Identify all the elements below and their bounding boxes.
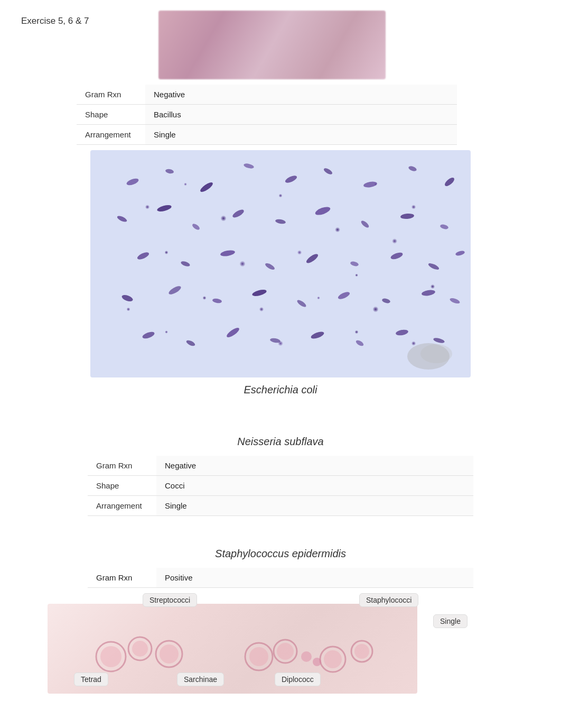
- svg-point-16: [400, 213, 415, 219]
- svg-point-40: [310, 330, 325, 340]
- svg-point-14: [314, 205, 331, 217]
- neisseria-arrangement-row: Arrangement Single: [88, 496, 473, 516]
- svg-point-21: [264, 262, 275, 271]
- ecoli-table: Gram Rxn Negative Shape Bacillus Arrange…: [77, 85, 457, 145]
- svg-point-12: [231, 208, 245, 219]
- svg-point-25: [427, 262, 440, 271]
- svg-point-42: [395, 329, 408, 336]
- staphylococci-label: Staphylococci: [359, 593, 418, 607]
- staphylo-table: Gram Rxn Positive: [88, 568, 473, 588]
- svg-point-2: [199, 181, 214, 193]
- svg-point-59: [354, 644, 369, 659]
- arrangement-value: Single: [145, 125, 457, 145]
- svg-point-10: [156, 204, 172, 213]
- staphylo-gram-row: Gram Rxn Positive: [88, 568, 473, 588]
- neisseria-table-container: Gram Rxn Negative Shape Cocci Arrangemen…: [21, 456, 540, 516]
- svg-point-7: [408, 165, 417, 172]
- svg-point-36: [142, 330, 155, 340]
- gram-rxn-label: Gram Rxn: [77, 85, 145, 105]
- svg-point-41: [355, 339, 364, 347]
- exercise-row: Exercise 5, 6 & 7: [21, 11, 540, 79]
- svg-point-61: [313, 658, 321, 666]
- shape-label: Shape: [77, 105, 145, 125]
- neisseria-table: Gram Rxn Negative Shape Cocci Arrangemen…: [88, 456, 473, 516]
- svg-point-34: [421, 289, 435, 297]
- svg-point-35: [449, 297, 461, 305]
- sarchinae-label: Sarchinae: [177, 672, 224, 686]
- svg-point-43: [433, 337, 445, 344]
- arrangement-container: Streptococci Staphylococci Single Tetrad…: [21, 593, 540, 709]
- svg-point-8: [443, 176, 455, 188]
- svg-point-23: [350, 261, 359, 267]
- svg-point-39: [269, 337, 280, 343]
- svg-point-0: [126, 177, 139, 187]
- svg-point-32: [337, 290, 351, 300]
- staphylococcus-title: Staphylococcus epidermidis: [21, 548, 540, 560]
- svg-point-6: [363, 181, 377, 188]
- svg-point-17: [440, 224, 449, 230]
- diplococc-label: Diplococc: [275, 672, 321, 686]
- svg-point-27: [121, 294, 134, 303]
- streptococci-label: Streptococci: [143, 593, 197, 607]
- svg-point-55: [277, 643, 294, 660]
- svg-point-38: [226, 326, 241, 339]
- neisseria-gram-value: Negative: [156, 456, 473, 476]
- single-label: Single: [433, 614, 467, 628]
- svg-point-22: [305, 252, 319, 264]
- page-container: Exercise 5, 6 & 7 Gram Rxn Negative Shap…: [0, 0, 561, 720]
- svg-point-33: [381, 298, 391, 304]
- neisseria-arrangement-value: Single: [156, 496, 473, 516]
- neisseria-gram-label: Gram Rxn: [88, 456, 156, 476]
- svg-point-18: [136, 251, 150, 261]
- neisseria-shape-label: Shape: [88, 476, 156, 496]
- shape-row: Shape Bacillus: [77, 105, 457, 125]
- svg-point-11: [191, 223, 201, 231]
- svg-point-45: [420, 344, 452, 363]
- top-microscope-image: [158, 11, 386, 79]
- svg-point-37: [185, 339, 196, 347]
- svg-point-20: [220, 250, 235, 257]
- svg-point-24: [390, 251, 404, 261]
- staphylo-gram-label: Gram Rxn: [88, 568, 156, 588]
- gram-rxn-value: Negative: [145, 85, 457, 105]
- svg-point-9: [116, 215, 128, 223]
- svg-point-60: [301, 651, 312, 662]
- svg-point-28: [167, 284, 182, 296]
- shape-value: Bacillus: [145, 105, 457, 125]
- svg-point-53: [249, 647, 268, 666]
- neisseria-shape-value: Cocci: [156, 476, 473, 496]
- svg-point-29: [212, 298, 222, 303]
- svg-point-51: [160, 644, 179, 664]
- ecoli-microscope-image: [90, 150, 471, 377]
- neisseria-gram-row: Gram Rxn Negative: [88, 456, 473, 476]
- svg-point-1: [165, 169, 174, 174]
- svg-point-47: [100, 646, 121, 667]
- svg-point-57: [324, 650, 342, 668]
- ecoli-svg: [90, 150, 471, 377]
- neisseria-arrangement-label: Arrangement: [88, 496, 156, 516]
- svg-point-5: [323, 167, 333, 176]
- ecoli-title: Escherichia coli: [21, 384, 540, 396]
- arrangement-label: Arrangement: [77, 125, 145, 145]
- tetrad-label: Tetrad: [74, 672, 108, 686]
- exercise-label: Exercise 5, 6 & 7: [21, 16, 127, 26]
- svg-point-15: [360, 219, 370, 229]
- staphylo-gram-value: Positive: [156, 568, 473, 588]
- svg-point-26: [455, 250, 465, 256]
- svg-point-49: [132, 641, 148, 657]
- staphylo-table-container: Gram Rxn Positive: [88, 568, 473, 588]
- svg-point-3: [243, 163, 254, 170]
- ecoli-table-container: Gram Rxn Negative Shape Bacillus Arrange…: [74, 85, 460, 145]
- svg-point-4: [284, 174, 298, 184]
- svg-point-30: [251, 289, 267, 298]
- arrangement-row: Arrangement Single: [77, 125, 457, 145]
- neisseria-title: Neisseria subflava: [21, 436, 540, 448]
- svg-point-13: [275, 218, 286, 224]
- neisseria-shape-row: Shape Cocci: [88, 476, 473, 496]
- svg-point-31: [296, 299, 307, 308]
- svg-point-19: [180, 260, 191, 268]
- gram-rxn-row: Gram Rxn Negative: [77, 85, 457, 105]
